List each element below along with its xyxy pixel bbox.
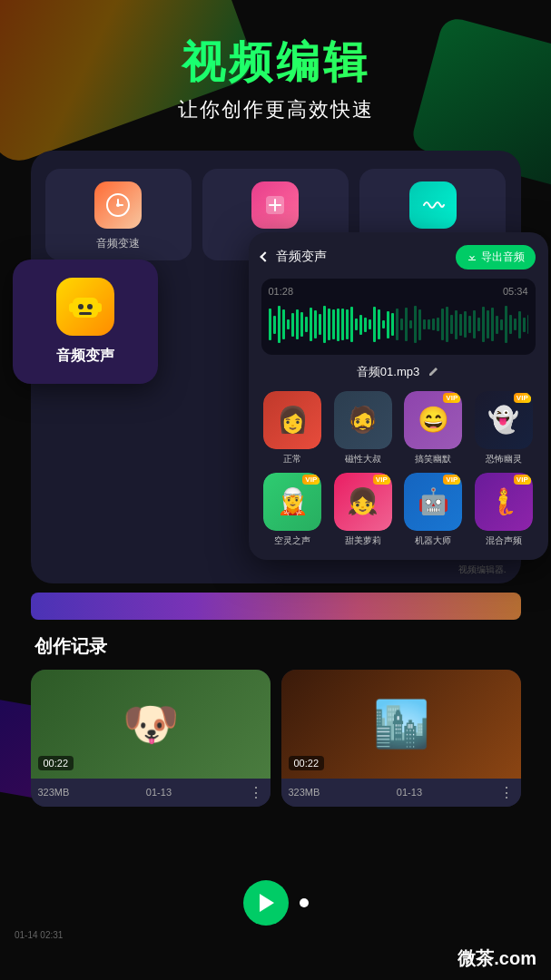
audio-panel: 音频变声 导出音频 01:28 05:34 音频01.mp	[249, 232, 548, 560]
vip-badge-sweet: VIP	[373, 475, 390, 485]
page: 视频编辑 让你创作更高效快速 音频变速	[0, 0, 551, 980]
vip-badge-mixed: VIP	[514, 475, 531, 485]
time-end: 05:34	[503, 286, 528, 297]
audio-file-info: 音频01.mp3	[261, 364, 536, 380]
back-arrow-icon	[260, 251, 270, 261]
bottom-section: 创作记录 🐶00:22323MB01-13⋮🏙️00:22323MB01-13⋮	[31, 593, 521, 807]
voice-feature-card[interactable]: 音频变声	[13, 260, 158, 384]
svg-point-4	[78, 304, 84, 309]
tool-speed[interactable]: 音频变速	[45, 169, 192, 260]
voice-item-horror[interactable]: 👻VIP恐怖幽灵	[472, 391, 536, 466]
voice-name-sweet: 甜美萝莉	[345, 534, 381, 547]
edit-file-icon[interactable]	[427, 366, 439, 378]
voice-name-horror: 恐怖幽灵	[486, 453, 522, 466]
cut-icon	[251, 181, 299, 229]
play-icon	[260, 894, 274, 912]
voice-item-funny[interactable]: 😄VIP搞笑幽默	[402, 391, 466, 466]
record-size-1: 323MB	[289, 787, 320, 798]
play-button[interactable]	[243, 880, 289, 926]
record-date-1: 01-13	[397, 787, 422, 798]
page-title: 视频编辑	[0, 36, 551, 89]
tool-speed-label: 音频变速	[96, 236, 140, 251]
gradient-band	[31, 593, 521, 620]
svg-rect-6	[79, 312, 92, 315]
audio-back-button[interactable]: 音频变声	[261, 249, 327, 265]
vip-badge-spirit: VIP	[302, 475, 320, 485]
svg-rect-8	[96, 303, 102, 312]
voice-name-funny: 搞笑幽默	[415, 453, 451, 466]
watermark-text: 微茶.com	[458, 946, 536, 971]
bottom-date: 01-14 02:31	[15, 930, 63, 940]
main-card: 音频变速 音频裁剪 音频拼接	[31, 151, 521, 583]
record-date-0: 01-13	[146, 787, 172, 798]
voice-item-magnetic[interactable]: 🧔磁性大叔	[331, 391, 395, 466]
voice-item-mixed[interactable]: 🧜VIP混合声频	[472, 473, 536, 547]
voice-name-mixed: 混合声频	[486, 534, 522, 547]
svg-point-1	[116, 203, 120, 207]
record-thumbnail-1: 🏙️00:22	[281, 670, 521, 779]
progress-dot	[300, 898, 309, 907]
svg-point-5	[87, 304, 93, 309]
svg-rect-7	[69, 303, 74, 312]
record-duration-0: 00:22	[38, 756, 74, 770]
voice-name-robot: 机器大师	[415, 534, 451, 547]
vip-badge-funny: VIP	[443, 393, 460, 403]
waveform[interactable]	[269, 302, 528, 348]
record-more-0[interactable]: ⋮	[249, 784, 263, 801]
section-title: 创作记录	[31, 634, 521, 659]
play-section	[243, 880, 309, 926]
waveform-container: 01:28 05:34	[261, 279, 536, 355]
voice-name-normal: 正常	[283, 453, 301, 466]
voice-item-normal[interactable]: 👩正常	[261, 391, 325, 466]
record-size-0: 323MB	[38, 787, 70, 798]
header: 视频编辑 让你创作更高效快速	[0, 0, 551, 142]
export-icon	[467, 251, 477, 262]
voice-feature-label: 音频变声	[56, 347, 114, 366]
voice-feature-icon	[56, 278, 114, 336]
vip-badge-robot: VIP	[443, 475, 460, 485]
watermark: 微茶.com	[458, 946, 536, 971]
record-item-0[interactable]: 🐶00:22323MB01-13⋮	[31, 670, 271, 807]
speed-icon	[94, 181, 142, 229]
record-item-1[interactable]: 🏙️00:22323MB01-13⋮	[281, 670, 521, 807]
records-grid: 🐶00:22323MB01-13⋮🏙️00:22323MB01-13⋮	[31, 670, 521, 807]
waveform-times: 01:28 05:34	[269, 286, 528, 297]
record-more-1[interactable]: ⋮	[499, 784, 514, 801]
export-button[interactable]: 导出音频	[456, 245, 536, 270]
vip-badge-horror: VIP	[514, 393, 531, 403]
record-duration-1: 00:22	[289, 756, 325, 770]
voice-grid: 👩正常🧔磁性大叔😄VIP搞笑幽默👻VIP恐怖幽灵🧝VIP空灵之声👧VIP甜美萝莉…	[261, 391, 536, 547]
voice-item-sweet[interactable]: 👧VIP甜美萝莉	[331, 473, 395, 547]
editor-label: 视频编辑器.	[458, 564, 507, 576]
file-name: 音频01.mp3	[357, 364, 419, 380]
record-thumbnail-0: 🐶00:22	[31, 670, 271, 779]
audio-panel-header: 音频变声 导出音频	[261, 245, 536, 270]
audio-panel-title: 音频变声	[276, 249, 327, 265]
voice-name-magnetic: 磁性大叔	[345, 453, 381, 466]
voice-item-robot[interactable]: 🤖VIP机器大师	[402, 473, 466, 547]
voice-name-spirit: 空灵之声	[274, 534, 310, 547]
voice-avatar-normal: 👩	[263, 391, 321, 449]
join-icon	[409, 181, 457, 229]
page-subtitle: 让你创作更高效快速	[0, 96, 551, 123]
export-label: 导出音频	[481, 250, 525, 265]
voice-item-spirit[interactable]: 🧝VIP空灵之声	[261, 473, 325, 547]
voice-avatar-magnetic: 🧔	[334, 391, 392, 449]
time-start: 01:28	[269, 286, 294, 297]
